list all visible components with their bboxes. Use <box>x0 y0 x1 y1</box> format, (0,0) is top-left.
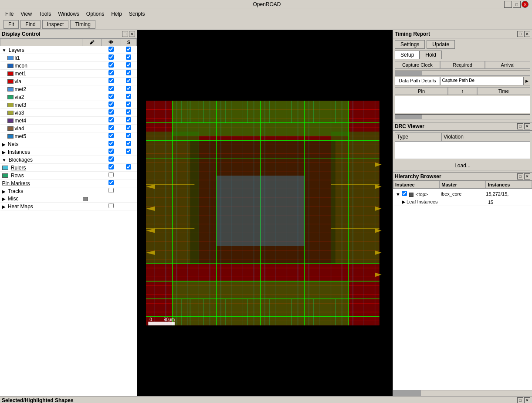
drc-close[interactable]: ✕ <box>524 123 530 129</box>
tracks-expand[interactable]: ▶ <box>2 189 6 194</box>
maximize-button[interactable]: □ <box>513 1 521 8</box>
hier-scroll-horizontal[interactable] <box>393 390 532 396</box>
shapes-close[interactable]: ✕ <box>524 397 530 403</box>
met1-visible[interactable] <box>108 70 114 75</box>
drc-restore[interactable]: □ <box>517 123 523 129</box>
display-control-close[interactable]: ✕ <box>129 31 135 37</box>
nets-visible[interactable] <box>108 141 114 146</box>
hier-close[interactable]: ✕ <box>524 173 530 179</box>
selected-shapes-btns: □ ✕ <box>517 397 530 403</box>
drc-load-button[interactable]: Load... <box>395 161 530 170</box>
tab-hold[interactable]: Hold <box>420 51 442 59</box>
paint-icon: 🖌 <box>89 40 94 45</box>
met4-visible[interactable] <box>108 117 114 122</box>
mcon-sel[interactable] <box>126 62 131 68</box>
col-pin: Pin <box>395 87 448 95</box>
pin-markers-visible[interactable] <box>108 180 114 185</box>
via4-sel[interactable] <box>126 125 131 130</box>
timing-scrollbar-h2[interactable] <box>395 114 530 119</box>
nets-expand[interactable]: ▶ <box>2 142 6 147</box>
via4-visible[interactable] <box>108 125 114 130</box>
menu-scripts[interactable]: Scripts <box>125 10 149 18</box>
drc-viewer-btns: □ ✕ <box>517 123 530 129</box>
layers-visible-check[interactable] <box>108 47 114 52</box>
tab-setup[interactable]: Setup <box>395 51 420 59</box>
timing-report-restore[interactable]: □ <box>517 31 523 37</box>
left-panel: Display Control □ ✕ 🖌 👁 S <box>0 30 137 396</box>
blockages-visible[interactable] <box>108 156 114 162</box>
layer-row-met2: met2 <box>0 85 137 93</box>
timing-report-close[interactable]: ✕ <box>524 31 530 37</box>
via-sel[interactable] <box>126 78 131 83</box>
hierarchy-browser-title: Hierarchy Browser <box>395 173 441 179</box>
li1-visible[interactable] <box>108 54 114 60</box>
capture-path-tab[interactable]: Capture Path De <box>440 77 523 85</box>
menu-options[interactable]: Options <box>83 10 108 18</box>
fit-button[interactable]: Fit <box>3 20 19 29</box>
path-scroll-right[interactable]: ▶ <box>523 77 530 85</box>
met5-visible[interactable] <box>108 133 114 138</box>
bottom-area: Selected/Highlighted Shapes □ ✕ Selected… <box>0 396 532 403</box>
chip-canvas[interactable]: 0 90μm <box>137 30 393 396</box>
svg-rect-81 <box>148 322 175 325</box>
display-control-restore[interactable]: □ <box>122 31 128 37</box>
layers-expand[interactable]: ▼ <box>2 48 7 53</box>
rulers-visible[interactable] <box>108 164 114 169</box>
instances-sel[interactable] <box>126 149 131 154</box>
hier-row-leaf[interactable]: ▶ Leaf Instances 15 <box>394 198 531 206</box>
timing-scrollbar-h[interactable] <box>395 71 530 76</box>
blockages-expand[interactable]: ▼ <box>2 158 7 163</box>
via2-visible[interactable] <box>108 94 114 99</box>
update-button[interactable]: Update <box>427 40 455 49</box>
hier-check-top[interactable] <box>402 191 407 196</box>
heat-maps-visible[interactable] <box>108 203 114 208</box>
timing-button[interactable]: Timing <box>70 20 95 29</box>
rulers-sel[interactable] <box>126 164 131 169</box>
svg-text:0: 0 <box>149 317 152 322</box>
canvas-area[interactable]: 0 90μm <box>137 30 393 396</box>
layers-group-name: ▼ Layers <box>0 46 82 54</box>
met2-visible[interactable] <box>108 86 114 91</box>
via3-sel[interactable] <box>126 109 131 115</box>
via3-visible[interactable] <box>108 109 114 115</box>
inspect-button[interactable]: Inspect <box>42 20 69 29</box>
shapes-restore[interactable]: □ <box>517 397 523 403</box>
met4-sel[interactable] <box>126 117 131 122</box>
minimize-button[interactable]: — <box>504 1 512 8</box>
hier-expand-leaf[interactable]: ▶ <box>402 199 405 204</box>
close-button[interactable]: ✕ <box>522 1 529 8</box>
instances-visible[interactable] <box>108 149 114 154</box>
met3-visible[interactable] <box>108 102 114 107</box>
menu-file[interactable]: File <box>2 10 17 18</box>
rows-visible[interactable] <box>108 172 114 177</box>
met5-sel[interactable] <box>126 133 131 138</box>
nets-sel[interactable] <box>126 141 131 146</box>
layer-row-via: via <box>0 78 137 85</box>
tracks-visible[interactable] <box>108 188 114 193</box>
hier-row-top[interactable]: ▼ <top> ibex_core 15,272/15, <box>394 190 531 198</box>
via-visible[interactable] <box>108 78 114 83</box>
menu-windows[interactable]: Windows <box>54 10 83 18</box>
timing-columns: Capture Clock Required Arrival <box>395 61 530 69</box>
misc-expand[interactable]: ▶ <box>2 196 6 201</box>
drc-table-header: Type Violation <box>395 132 530 142</box>
li1-sel[interactable] <box>126 54 131 60</box>
drc-col-violation: Violation <box>441 132 530 141</box>
find-button[interactable]: Find <box>20 20 40 29</box>
menu-help[interactable]: Help <box>108 10 125 18</box>
layers-sel-check[interactable] <box>126 47 131 52</box>
met1-sel[interactable] <box>126 70 131 75</box>
mcon-visible[interactable] <box>108 62 114 68</box>
data-path-tab[interactable]: Data Path Details <box>395 77 440 85</box>
instances-expand[interactable]: ▶ <box>2 150 6 155</box>
menu-tools[interactable]: Tools <box>35 10 54 18</box>
hier-expand-top[interactable]: ▼ <box>396 192 400 197</box>
heat-maps-expand[interactable]: ▶ <box>2 204 6 209</box>
menu-view[interactable]: View <box>17 10 35 18</box>
met3-sel[interactable] <box>126 102 131 107</box>
settings-button[interactable]: Settings <box>395 40 425 49</box>
via2-sel[interactable] <box>126 94 131 99</box>
met2-sel[interactable] <box>126 86 131 91</box>
via2-swatch <box>7 95 14 99</box>
hier-restore[interactable]: □ <box>517 173 523 179</box>
